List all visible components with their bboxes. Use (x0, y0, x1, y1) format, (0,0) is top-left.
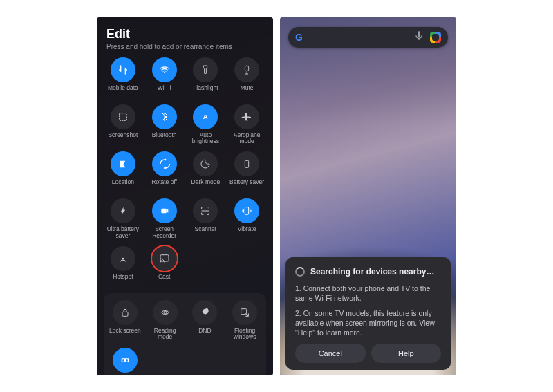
tile-ultra-battery[interactable]: Ultra battery saver (104, 197, 142, 242)
hotspot-icon (111, 246, 135, 271)
svg-rect-4 (246, 160, 248, 160)
tile-label: Wi-Fi (158, 85, 171, 97)
mute-icon (234, 57, 259, 82)
ultra-battery-icon (111, 198, 135, 223)
svg-rect-6 (245, 207, 248, 215)
tile-label: Screenshot (108, 132, 138, 144)
dialog-body: 1. Connect both your phone and TV to the… (295, 283, 441, 338)
wifi-icon (152, 57, 177, 82)
lock-icon (113, 300, 138, 325)
aeroplane-icon (234, 104, 259, 129)
svg-point-0 (164, 72, 165, 73)
tile-label: Ultra battery saver (107, 226, 139, 239)
bluetooth-icon (152, 104, 177, 129)
tile-dolby[interactable]: Dolby Atmos (106, 346, 144, 375)
tile-floating[interactable]: Floating windows (226, 299, 263, 344)
tiles-inactive-section: Lock screenReading modeDNDFloating windo… (104, 293, 266, 375)
tile-label: Bluetooth (152, 132, 177, 144)
screen-recorder-icon (152, 198, 177, 223)
tile-battery-saver[interactable]: Battery saver (227, 150, 266, 194)
tile-label: Vibrate (238, 226, 256, 239)
quicksettings-panel: Edit Press and hold to add or rearrange … (97, 17, 273, 375)
battery-saver-icon (234, 151, 259, 176)
tile-label: Location (112, 179, 134, 192)
svg-point-11 (164, 311, 167, 314)
cast-searching-dialog: Searching for devices nearby… 1. Connect… (285, 257, 451, 370)
lens-icon[interactable] (430, 32, 441, 43)
svg-point-14 (122, 359, 124, 362)
tile-auto-brightness[interactable]: AAuto brightness (187, 103, 225, 148)
tile-label: Floating windows (234, 328, 256, 341)
tile-flashlight[interactable]: Flashlight (187, 56, 225, 100)
tile-scanner[interactable]: Scanner (187, 197, 225, 242)
tile-label: DND (198, 328, 211, 340)
dark-mode-icon (193, 151, 218, 176)
tile-location[interactable]: Location (104, 150, 142, 194)
help-button[interactable]: Help (371, 344, 442, 363)
phone-quicksettings-edit: Edit Press and hold to add or rearrange … (97, 17, 273, 375)
location-icon (111, 151, 135, 176)
tile-lock[interactable]: Lock screen (106, 299, 144, 344)
dialog-step-2: 2. On some TV models, this feature is on… (295, 308, 441, 338)
tile-label: Battery saver (229, 179, 264, 192)
tile-label: Aeroplane mode (234, 132, 261, 145)
google-search-bar[interactable]: G (288, 27, 448, 48)
tile-label: Mobile data (108, 85, 138, 97)
page-title: Edit (106, 27, 263, 41)
dnd-icon (192, 300, 217, 325)
tile-label: Auto brightness (187, 132, 225, 145)
page-subtitle: Press and hold to add or rearrange items (106, 43, 266, 50)
tile-label: Cast (158, 274, 170, 286)
floating-icon (232, 300, 257, 325)
tile-label: Scanner (195, 226, 217, 239)
tile-mobile-data[interactable]: Mobile data (104, 56, 142, 100)
svg-rect-1 (120, 113, 127, 120)
svg-rect-10 (122, 312, 128, 316)
svg-point-7 (122, 258, 124, 260)
spinner-icon (295, 267, 305, 277)
scanner-icon (193, 198, 218, 223)
tile-wifi[interactable]: Wi-Fi (145, 56, 184, 100)
tiles-active-grid: Mobile dataWi-FiFlashlightMuteScreenshot… (104, 56, 266, 289)
vibrate-icon (234, 198, 259, 223)
auto-brightness-icon: A (193, 104, 218, 129)
dolby-icon (113, 348, 138, 373)
svg-rect-3 (245, 161, 248, 168)
tile-screen-recorder[interactable]: Screen Recorder (145, 197, 184, 242)
tile-mute[interactable]: Mute (227, 56, 266, 100)
svg-rect-5 (161, 209, 166, 214)
tile-dark-mode[interactable]: Dark mode (187, 150, 225, 194)
tile-cast[interactable]: Cast (145, 245, 184, 289)
dialog-title: Searching for devices nearby… (310, 267, 434, 277)
tile-reading[interactable]: Reading mode (147, 299, 184, 344)
tile-aeroplane[interactable]: Aeroplane mode (227, 103, 266, 148)
phone-cast-dialog: G Searching for devices nearby… 1. Conne… (280, 17, 456, 375)
svg-point-15 (126, 359, 128, 362)
tile-label: Screen Recorder (152, 226, 176, 239)
tile-label: Reading mode (147, 328, 184, 341)
tile-vibrate[interactable]: Vibrate (227, 197, 266, 242)
dialog-step-1: 1. Connect both your phone and TV to the… (295, 283, 441, 303)
cast-icon (152, 246, 177, 271)
reading-icon (153, 300, 178, 325)
tile-label: Rotate off (151, 179, 177, 192)
screenshot-icon (111, 104, 135, 129)
tile-label: Flashlight (193, 85, 218, 97)
tile-label: Mute (241, 85, 254, 97)
mic-icon[interactable] (413, 30, 424, 44)
tile-hotspot[interactable]: Hotspot (104, 245, 142, 289)
rotate-icon (152, 151, 177, 176)
tile-bluetooth[interactable]: Bluetooth (145, 103, 184, 148)
tile-label: Dark mode (191, 179, 221, 192)
google-logo: G (295, 32, 303, 43)
tile-label: Hotspot (113, 274, 133, 286)
cancel-button[interactable]: Cancel (295, 344, 366, 363)
tile-screenshot[interactable]: Screenshot (104, 103, 142, 148)
svg-point-9 (160, 261, 161, 262)
tile-rotate[interactable]: Rotate off (145, 150, 184, 194)
tile-label: Lock screen (109, 328, 141, 340)
mobile-data-icon (111, 57, 135, 82)
svg-text:A: A (203, 113, 208, 120)
tile-dnd[interactable]: DND (187, 299, 224, 344)
flashlight-icon (193, 57, 218, 82)
